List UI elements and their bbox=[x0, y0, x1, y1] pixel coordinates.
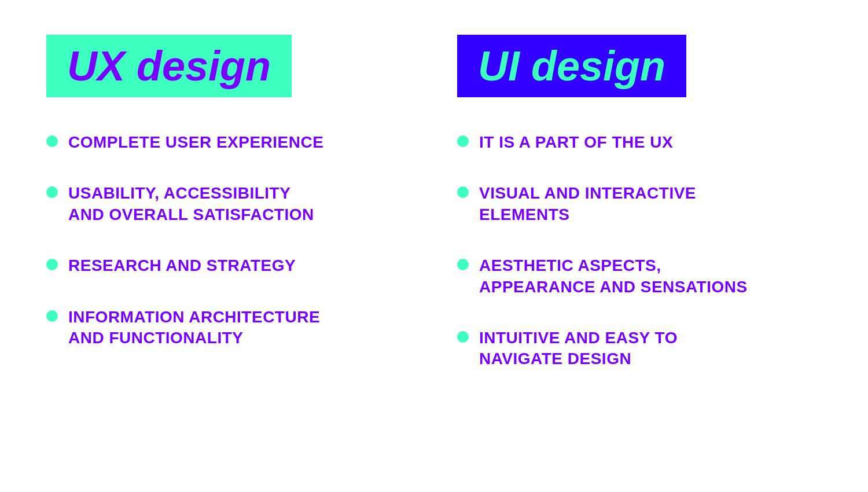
bullet-text: RESEARCH AND STRATEGY bbox=[68, 255, 296, 276]
list-item: AESTHETIC ASPECTS,APPEARANCE AND SENSATI… bbox=[457, 255, 822, 298]
bullet-dot bbox=[457, 331, 469, 343]
ui-design-badge: UI design bbox=[457, 35, 686, 97]
ui-badge-text: UI design bbox=[478, 43, 665, 89]
bullet-text: INFORMATION ARCHITECTUREAND FUNCTIONALIT… bbox=[68, 307, 320, 349]
bullet-dot bbox=[46, 135, 58, 147]
bullet-dot bbox=[46, 259, 58, 270]
bullet-dot bbox=[46, 310, 58, 322]
list-item: USABILITY, ACCESSIBILITYAND OVERALL SATI… bbox=[46, 183, 411, 225]
bullet-text: AESTHETIC ASPECTS,APPEARANCE AND SENSATI… bbox=[479, 255, 748, 298]
list-item: VISUAL AND INTERACTIVEELEMENTS bbox=[457, 183, 822, 225]
bullet-text: COMPLETE USER EXPERIENCE bbox=[68, 132, 323, 153]
bullet-text: VISUAL AND INTERACTIVEELEMENTS bbox=[479, 183, 696, 225]
left-column: UX design COMPLETE USER EXPERIENCE USABI… bbox=[46, 35, 434, 457]
list-item: INFORMATION ARCHITECTUREAND FUNCTIONALIT… bbox=[46, 307, 411, 349]
list-item: RESEARCH AND STRATEGY bbox=[46, 255, 411, 276]
list-item: INTUITIVE AND EASY TONAVIGATE DESIGN bbox=[457, 328, 822, 370]
ui-bullet-list: IT IS A PART OF THE UX VISUAL AND INTERA… bbox=[457, 132, 822, 370]
ux-design-badge: UX design bbox=[46, 35, 292, 97]
bullet-dot bbox=[457, 135, 469, 147]
bullet-dot bbox=[457, 259, 469, 270]
main-container: UX design COMPLETE USER EXPERIENCE USABI… bbox=[0, 0, 868, 492]
list-item: COMPLETE USER EXPERIENCE bbox=[46, 132, 411, 153]
right-column: UI design IT IS A PART OF THE UX VISUAL … bbox=[434, 35, 822, 457]
list-item: IT IS A PART OF THE UX bbox=[457, 132, 822, 153]
bullet-dot bbox=[46, 186, 58, 198]
bullet-text: USABILITY, ACCESSIBILITYAND OVERALL SATI… bbox=[68, 183, 314, 225]
ux-badge-text: UX design bbox=[67, 43, 271, 89]
bullet-dot bbox=[457, 186, 469, 198]
bullet-text: IT IS A PART OF THE UX bbox=[479, 132, 673, 153]
bullet-text: INTUITIVE AND EASY TONAVIGATE DESIGN bbox=[479, 328, 678, 370]
ux-bullet-list: COMPLETE USER EXPERIENCE USABILITY, ACCE… bbox=[46, 132, 411, 348]
